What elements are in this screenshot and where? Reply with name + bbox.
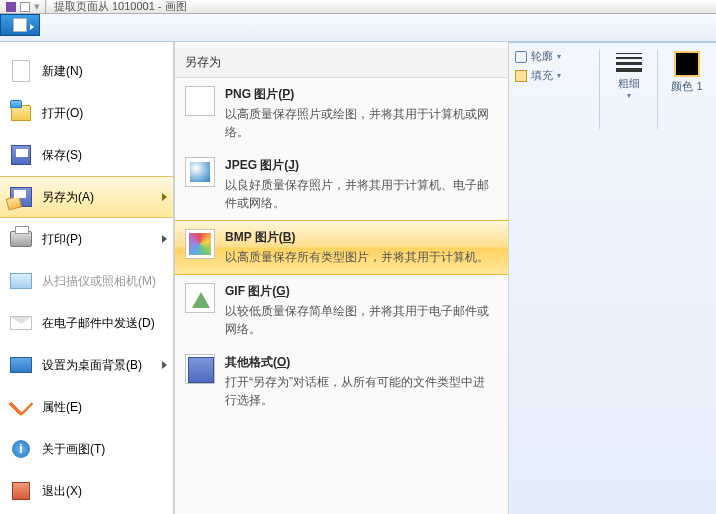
ribbon-thickness-label: 粗细 [618,76,640,91]
color1-button[interactable]: 颜色 1 [667,49,707,94]
saveas-gif[interactable]: GIF 图片(G) 以较低质量保存简单绘图，并将其用于电子邮件或网络。 [175,275,508,346]
menu-exit[interactable]: 退出(X) [0,470,173,512]
about-icon: i [10,438,32,460]
saveas-item-label: PNG 图片(P) [225,86,496,103]
png-icon [185,86,215,116]
menu-label: 保存(S) [42,147,82,164]
new-icon [10,60,32,82]
submenu-arrow-icon [162,193,167,201]
ribbon-top-strip [0,14,716,42]
ribbon-fill-label: 填充 [531,68,553,83]
thickness-button[interactable]: 粗细 ▾ [609,49,649,100]
menu-label: 打开(O) [42,105,83,122]
menu-label: 新建(N) [42,63,83,80]
mail-icon [10,312,32,334]
saveas-item-label: JPEG 图片(J) [225,157,496,174]
saveas-item-desc: 以良好质量保存照片，并将其用于计算机、电子邮件或网络。 [225,176,496,212]
file-menu: 新建(N) 打开(O) 保存(S) 另存为(A) 打印(P) 从扫描仪或照相机(… [0,42,174,514]
saveas-submenu: 另存为 PNG 图片(P) 以高质量保存照片或绘图，并将其用于计算机或网络。 J… [174,42,509,514]
ribbon-color1-label: 颜色 1 [671,79,702,94]
saveas-item-label: 其他格式(O) [225,354,496,371]
menu-saveas[interactable]: 另存为(A) [0,176,173,218]
save-icon [10,144,32,166]
menu-label: 退出(X) [42,483,82,500]
saveas-item-label: GIF 图片(G) [225,283,496,300]
saveas-item-desc: 以较低质量保存简单绘图，并将其用于电子邮件或网络。 [225,302,496,338]
menu-send-mail[interactable]: 在电子邮件中发送(D) [0,302,173,344]
thickness-icon [616,53,642,72]
properties-icon [10,396,32,418]
menu-about[interactable]: i 关于画图(T) [0,428,173,470]
fill-icon [515,70,527,82]
saveas-jpeg[interactable]: JPEG 图片(J) 以良好质量保存照片，并将其用于计算机、电子邮件或网络。 [175,149,508,220]
chevron-down-icon: ▾ [627,91,631,100]
outline-icon [515,51,527,63]
jpeg-icon [185,157,215,187]
menu-label: 设置为桌面背景(B) [42,357,142,374]
saveas-icon [10,186,32,208]
desktop-icon [10,354,32,376]
saveas-item-label: BMP 图片(B) [225,229,496,246]
saveas-bmp[interactable]: BMP 图片(B) 以高质量保存所有类型图片，并将其用于计算机。 [175,220,508,275]
scanner-icon [10,270,32,292]
ribbon-background: 轮廓 ▾ 填充 ▾ 粗细 ▾ 颜色 1 [509,42,716,514]
saveas-item-desc: 以高质量保存所有类型图片，并将其用于计算机。 [225,248,496,266]
menu-label: 打印(P) [42,231,82,248]
window-title-text: 提取页面从 1010001 - 画图 [54,0,187,14]
menu-scanner[interactable]: 从扫描仪或照相机(M) [0,260,173,302]
chevron-down-icon: ▾ [557,52,561,61]
print-icon [10,228,32,250]
other-format-icon [185,354,215,384]
chevron-down-icon: ▾ [557,71,561,80]
color1-swatch [674,51,700,77]
bmp-icon [185,229,215,259]
menu-label: 在电子邮件中发送(D) [42,315,155,332]
menu-save[interactable]: 保存(S) [0,134,173,176]
saveas-other[interactable]: 其他格式(O) 打开“另存为”对话框，从所有可能的文件类型中进行选择。 [175,346,508,417]
qat-icon [6,2,16,12]
open-icon [10,102,32,124]
ribbon-outline-label: 轮廓 [531,49,553,64]
menu-properties[interactable]: 属性(E) [0,386,173,428]
menu-new[interactable]: 新建(N) [0,50,173,92]
gif-icon [185,283,215,313]
menu-desktop-bg[interactable]: 设置为桌面背景(B) [0,344,173,386]
menu-label: 属性(E) [42,399,82,416]
submenu-arrow-icon [162,235,167,243]
file-menu-button[interactable] [0,14,40,36]
outline-dropdown[interactable]: 轮廓 ▾ [515,49,561,64]
exit-icon [10,480,32,502]
saveas-png[interactable]: PNG 图片(P) 以高质量保存照片或绘图，并将其用于计算机或网络。 [175,78,508,149]
menu-label: 关于画图(T) [42,441,105,458]
saveas-item-desc: 打开“另存为”对话框，从所有可能的文件类型中进行选择。 [225,373,496,409]
menu-print[interactable]: 打印(P) [0,218,173,260]
saveas-item-desc: 以高质量保存照片或绘图，并将其用于计算机或网络。 [225,105,496,141]
menu-label: 从扫描仪或照相机(M) [42,273,156,290]
file-icon [13,18,27,32]
fill-dropdown[interactable]: 填充 ▾ [515,68,561,83]
title-bar: ▾ │ 提取页面从 1010001 - 画图 [0,0,716,14]
menu-open[interactable]: 打开(O) [0,92,173,134]
submenu-arrow-icon [162,361,167,369]
qat-icon-2 [20,2,30,12]
menu-label: 另存为(A) [42,189,94,206]
saveas-title: 另存为 [175,48,508,78]
